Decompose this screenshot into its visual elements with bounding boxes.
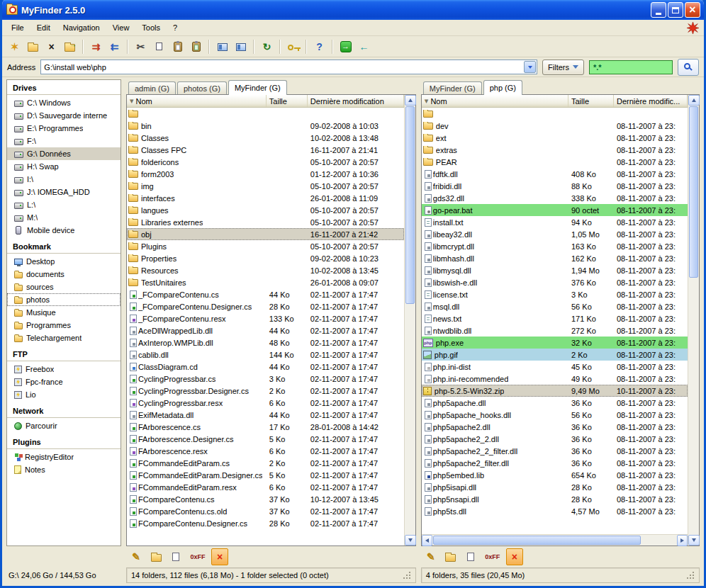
file-row[interactable]: php5embed.lib654 Ko08-11-2007 à 23: — [422, 469, 688, 481]
menu-navigation[interactable]: Navigation — [57, 21, 106, 35]
back-button[interactable]: ← — [355, 38, 373, 55]
copy-button[interactable] — [150, 38, 168, 55]
file-row[interactable]: Libraries externes05-10-2007 à 20:57 — [127, 216, 404, 228]
file-row[interactable]: extras08-11-2007 à 23: — [422, 144, 688, 156]
file-row[interactable]: gds32.dll338 Ko08-11-2007 à 23: — [422, 192, 688, 204]
file-row[interactable]: php5apache2_filter.dll36 Ko08-11-2007 à … — [422, 457, 688, 469]
file-row[interactable]: AceDllWrappedLib.dll44 Ko02-11-2007 à 17… — [127, 324, 404, 337]
sidebar-item-sources[interactable]: sources — [7, 281, 121, 293]
copy-to-left-button[interactable]: ⇇ — [106, 38, 123, 55]
file-row[interactable]: FArborescence.cs17 Ko28-01-2008 à 14:42 — [127, 421, 404, 433]
menu-file[interactable]: File — [5, 21, 30, 35]
file-row[interactable]: img05-10-2007 à 20:57 — [127, 180, 404, 192]
tab-myfinder-g[interactable]: MyFinder (G) — [423, 81, 482, 94]
file-row[interactable]: ext08-11-2007 à 23: — [422, 132, 688, 144]
file-row[interactable]: TestUnitaires26-01-2008 à 09:07 — [127, 276, 404, 288]
file-row[interactable]: ExifMetadata.dll44 Ko02-11-2007 à 17:47 — [127, 409, 404, 421]
sidebar-item-f[interactable]: F:\ — [7, 135, 121, 147]
sidebar-item-h-swap[interactable]: H:\ Swap — [7, 160, 121, 173]
file-row[interactable]: license.txt3 Ko08-11-2007 à 23: — [422, 288, 688, 300]
sidebar-item-g-donn-es[interactable]: G:\ Données — [7, 147, 121, 160]
file-row[interactable]: CyclingProgressbar.Designer.cs2 Ko02-11-… — [127, 385, 404, 397]
file-row[interactable] — [422, 108, 688, 120]
refresh-button[interactable]: ↻ — [258, 38, 276, 55]
scroll-left-button[interactable] — [422, 535, 432, 546]
scroll-right-button[interactable] — [677, 535, 688, 546]
paste-special-button[interactable] — [187, 38, 205, 55]
tab-myfinder-g[interactable]: MyFinder (G) — [228, 80, 287, 95]
column-header-nom[interactable]: Nom — [422, 95, 568, 107]
minimize-button[interactable] — [651, 2, 666, 18]
sidebar-item-i[interactable]: I:\ — [7, 173, 121, 186]
sidebar-item-programmes[interactable]: Programmes — [7, 319, 121, 332]
new-folder-button[interactable] — [24, 38, 42, 55]
new-document-button[interactable] — [462, 548, 479, 565]
file-row[interactable]: Classes FPC16-11-2007 à 21:41 — [127, 144, 404, 156]
menu-item[interactable]: ? — [167, 21, 184, 35]
edit-file-button[interactable]: ✎ — [128, 548, 145, 565]
file-row[interactable]: FCommandeEditParam.Designer.cs5 Ko02-11-… — [127, 469, 404, 481]
column-header-derni-re-modific[interactable]: Dernière modific... — [614, 95, 688, 107]
file-row[interactable]: php5ts.dll4,57 Mo08-11-2007 à 23: — [422, 505, 688, 517]
column-header-taille[interactable]: Taille — [267, 95, 308, 107]
file-row[interactable]: php5apache2.dll36 Ko08-11-2007 à 23: — [422, 421, 688, 433]
file-row[interactable]: ClassDiagram.cd44 Ko02-11-2007 à 17:47 — [127, 361, 404, 373]
hex-view-button[interactable]: 0xFF — [187, 548, 208, 565]
file-row[interactable]: install.txt94 Ko08-11-2007 à 23: — [422, 216, 688, 228]
file-row[interactable]: FArborescence.resx6 Ko02-11-2007 à 17:47 — [127, 445, 404, 457]
sidebar-item-musique[interactable]: Musique — [7, 306, 121, 319]
file-row[interactable]: fribidi.dll88 Ko08-11-2007 à 23: — [422, 180, 688, 192]
cut-button[interactable]: ✂ — [132, 38, 150, 55]
file-row[interactable]: _FCompareContenu.cs44 Ko02-11-2007 à 17:… — [127, 288, 404, 300]
tab-admin-g[interactable]: admin (G) — [128, 81, 176, 94]
menu-edit[interactable]: Edit — [30, 21, 57, 35]
sidebar-item-lio[interactable]: Lio — [7, 388, 121, 401]
scroll-up-button[interactable] — [688, 95, 700, 106]
new-document-button[interactable] — [167, 548, 184, 565]
file-row[interactable]: FCompareContenu.Designer.cs28 Ko02-11-20… — [127, 517, 404, 529]
scroll-track[interactable] — [405, 106, 415, 535]
view-panel-left-button[interactable] — [213, 38, 231, 55]
file-row[interactable] — [127, 108, 404, 120]
scroll-down-button[interactable] — [405, 535, 416, 545]
sidebar-item-d-sauvegarde-interne[interactable]: D:\ Sauvegarde interne — [7, 109, 121, 122]
menu-view[interactable]: View — [106, 21, 136, 35]
sidebar-item-registryeditor[interactable]: RegistryEditor — [7, 451, 121, 463]
view-panel-right-button[interactable] — [232, 38, 250, 55]
resize-grip[interactable] — [686, 571, 695, 579]
file-row[interactable]: langues05-10-2007 à 20:57 — [127, 204, 404, 216]
file-row[interactable]: Classes10-02-2008 à 13:48 — [127, 132, 404, 144]
sidebar-item-parcourir[interactable]: Parcourir — [7, 419, 121, 432]
paste-button[interactable] — [169, 38, 186, 55]
title-bar[interactable]: MyFinder 2.5.0 — [2, 0, 704, 20]
help-button[interactable]: ? — [310, 38, 328, 55]
file-row[interactable]: _FCompareContenu.Designer.cs28 Ko02-11-2… — [127, 300, 404, 312]
sidebar-item-desktop[interactable]: Desktop — [7, 255, 121, 268]
file-row[interactable]: libmysql.dll1,94 Mo08-11-2007 à 23: — [422, 264, 688, 276]
edit-folder-button[interactable] — [147, 548, 164, 565]
tab-php-g[interactable]: php (G) — [483, 80, 522, 95]
file-row[interactable]: news.txt171 Ko08-11-2007 à 23: — [422, 312, 688, 324]
file-row[interactable]: interfaces26-01-2008 à 11:09 — [127, 192, 404, 204]
permissions-key-button[interactable] — [284, 38, 302, 55]
file-row[interactable]: php-5.2.5-Win32.zip9,49 Mo10-11-2007 à 2… — [422, 385, 688, 397]
scroll-thumb[interactable] — [433, 536, 641, 545]
sidebar-item-notes[interactable]: Notes — [7, 463, 121, 476]
delete-button[interactable]: × — [43, 38, 60, 55]
open-folder-button[interactable] — [61, 38, 79, 55]
go-button[interactable] — [337, 38, 354, 55]
column-header-nom[interactable]: Nom — [127, 95, 267, 107]
file-row[interactable]: php5isapi.dll28 Ko08-11-2007 à 23: — [422, 481, 688, 493]
sidebar-item-telechargement[interactable]: Telechargement — [7, 332, 121, 344]
file-row[interactable]: AxInterop.WMPLib.dll48 Ko02-11-2007 à 17… — [127, 337, 404, 349]
file-row[interactable]: PEAR08-11-2007 à 23: — [422, 156, 688, 168]
menu-tools[interactable]: Tools — [135, 21, 167, 35]
file-row[interactable]: msql.dll56 Ko08-11-2007 à 23: — [422, 300, 688, 312]
sidebar-item-fpc-france[interactable]: Fpc-france — [7, 375, 121, 388]
scroll-down-button[interactable] — [688, 535, 700, 545]
address-dropdown-button[interactable] — [524, 61, 536, 73]
scroll-track[interactable] — [432, 535, 677, 545]
edit-file-button[interactable]: ✎ — [422, 548, 439, 565]
sidebar-item-documents[interactable]: documents — [7, 268, 121, 281]
file-row[interactable]: FCompareContenu.cs37 Ko10-12-2007 à 13:4… — [127, 493, 404, 505]
